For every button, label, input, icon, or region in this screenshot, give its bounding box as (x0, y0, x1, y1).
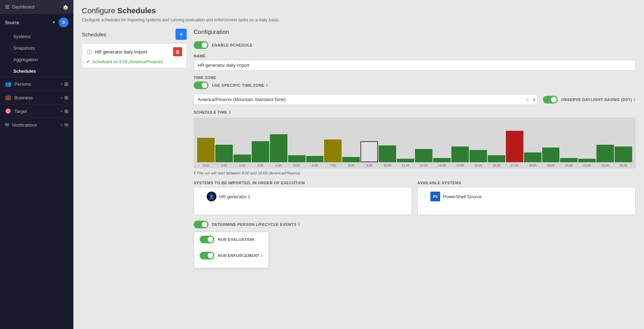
target-chevron: ‹ (61, 109, 62, 113)
dst-toggle[interactable] (543, 96, 558, 103)
chart-tick-23: 23:00 (615, 164, 632, 167)
page-title: Configure Schedules (82, 6, 636, 15)
delete-schedule-button[interactable]: 🗑 (173, 47, 182, 56)
sidebar-item-snapshots[interactable]: Snapshots (0, 42, 73, 54)
use-specific-tz-row: USE SPECIFIC TIME ZONE ℹ (194, 81, 636, 89)
snapshots-label: Snapshots (13, 45, 35, 51)
notifications-grid-icon: ✉ (64, 122, 69, 128)
chart-labels: 0:001:002:003:004:005:006:007:008:009:00… (197, 164, 632, 167)
run-evaluation-toggle[interactable] (200, 236, 214, 243)
dst-row: OBSERVE DAYLIGHT SAVING (DST) ℹ (543, 96, 636, 103)
add-schedule-button[interactable]: + (176, 29, 187, 40)
chart-tick-22: 22:00 (596, 164, 614, 167)
chart-bar-11[interactable] (397, 120, 414, 162)
chart-bar-6[interactable] (306, 120, 324, 162)
chart-bar-17[interactable] (506, 120, 523, 162)
chart-tick-19: 19:00 (542, 164, 560, 167)
chart-bar-9[interactable] (360, 120, 378, 162)
chart-tick-8: 8:00 (342, 164, 360, 167)
page-subtitle: Configure schedules for importing system… (82, 17, 636, 22)
chart-bar-12[interactable] (415, 120, 432, 162)
sidebar-item-notifications[interactable]: ✉ Notifications ‹ ✉ (0, 118, 73, 131)
page-title-plain: Configure (82, 6, 117, 15)
chart-bar-14[interactable] (451, 120, 469, 162)
notifications-label: Notifications (12, 122, 37, 128)
schedule-card-header: 🕐 HR generator daily import 🗑 (86, 47, 182, 56)
sidebar-source-label: Source (5, 20, 52, 25)
schedule-clock-icon: 🕐 (86, 49, 92, 55)
chart-tick-5: 5:00 (288, 164, 306, 167)
sidebar-item-persons[interactable]: 👥 Persons ‹ ⊞ (0, 77, 73, 91)
enable-schedule-toggle[interactable] (194, 41, 208, 49)
sidebar-item-dashboard[interactable]: ⊞ Dashboard 🏠 (0, 0, 73, 14)
timezone-clear-button[interactable]: × (526, 97, 529, 102)
panel-header: Schedules + (82, 29, 187, 40)
business-grid-icon: ⊞ (64, 95, 69, 100)
chart-bar-7[interactable] (324, 120, 342, 162)
chart-bar-16[interactable] (488, 120, 505, 162)
sidebar-item-target[interactable]: 🎯 Target ‹ ⊞ (0, 104, 73, 118)
systems-label: Systems (13, 34, 31, 39)
dst-info-icon: ℹ (634, 97, 636, 102)
chart-bar-20[interactable] (560, 120, 578, 162)
available-drag-handle-icon[interactable]: ⋮ (423, 194, 428, 199)
aggregation-label: Aggregation (13, 57, 38, 62)
lifecycle-toggle-row: DETERMINE PERSON LIFECYCLE EVENTS ℹ (194, 221, 636, 228)
chart-info: ℹ The run will start between 9:00 and 10… (194, 171, 636, 175)
chart-tick-14: 14:00 (451, 164, 469, 167)
sidebar-item-business[interactable]: 💼 Business ‹ ⊞ (0, 91, 73, 104)
enable-schedule-row: ENABLE SCHEDULE (194, 41, 636, 49)
chart-bar-5[interactable] (288, 120, 306, 162)
timezone-label: TIME ZONE (194, 76, 636, 80)
chart-bar-8[interactable] (342, 120, 360, 162)
chart-bar-21[interactable] (578, 120, 596, 162)
chart-tick-12: 12:00 (415, 164, 432, 167)
persons-grid-icon: ⊞ (64, 81, 69, 87)
panel-title: Schedules (82, 31, 176, 37)
timezone-select-wrap: America/Phoenix (Mountain Standard Time)… (194, 94, 537, 105)
sidebar-item-schedules[interactable]: Schedules (0, 65, 73, 77)
sidebar-dashboard-label: Dashboard (12, 4, 35, 9)
available-systems-title: AVAILABLE SYSTEMS (417, 181, 636, 185)
sidebar-source-header[interactable]: Source ▼ S (0, 14, 73, 31)
chart-bar-13[interactable] (433, 120, 451, 162)
lifecycle-toggle[interactable] (194, 221, 208, 228)
chart-tick-7: 7:00 (324, 164, 342, 167)
chart-bar-2[interactable] (234, 120, 251, 162)
name-input[interactable] (194, 60, 636, 71)
enable-schedule-label: ENABLE SCHEDULE (212, 43, 252, 47)
chart-bar-19[interactable] (542, 120, 560, 162)
chart-bar-10[interactable] (379, 120, 396, 162)
drag-handle-icon[interactable]: ⋮ (199, 194, 204, 199)
chart-bar-23[interactable] (615, 120, 632, 162)
chart-tick-2: 2:00 (234, 164, 251, 167)
name-label: NAME (194, 54, 636, 58)
chart-bar-18[interactable] (524, 120, 542, 162)
dashboard-icon: ⊞ (5, 3, 9, 10)
timezone-row: America/Phoenix (Mountain Standard Time)… (194, 94, 636, 105)
run-enforcement-toggle[interactable] (200, 252, 214, 259)
chart-section: SCHEDULE TIME ℹ 0:001:002:003:004:005:00… (194, 110, 636, 175)
run-evaluation-label: RUN EVALUATION (218, 237, 254, 242)
chart-bar-1[interactable] (215, 120, 233, 162)
target-label: Target (14, 109, 27, 114)
chart-bar-0[interactable] (197, 120, 215, 162)
chart-bar-3[interactable] (252, 120, 269, 162)
bottom-section: DETERMINE PERSON LIFECYCLE EVENTS ℹ RUN … (194, 221, 636, 268)
chart-bar-15[interactable] (470, 120, 487, 162)
lifecycle-info-icon: ℹ (298, 222, 300, 227)
chart-container[interactable]: 0:001:002:003:004:005:006:007:008:009:00… (194, 117, 636, 169)
sidebar-item-systems[interactable]: Systems (0, 31, 73, 42)
chart-tick-18: 18:00 (524, 164, 542, 167)
chart-bar-22[interactable] (596, 120, 614, 162)
business-icon: 💼 (5, 94, 12, 101)
business-chevron: ‹ (61, 95, 62, 100)
available-systems-panel: AVAILABLE SYSTEMS ⋮ PS PowerShell Source (417, 181, 636, 215)
chart-info-icon: ℹ (229, 110, 231, 115)
avatar: S (59, 17, 69, 27)
chart-bar-4[interactable] (270, 120, 287, 162)
persons-icon: 👥 (5, 81, 12, 87)
sidebar-item-aggregation[interactable]: Aggregation (0, 54, 73, 65)
use-specific-tz-toggle[interactable] (194, 81, 208, 89)
timezone-select[interactable]: America/Phoenix (Mountain Standard Time) (194, 94, 537, 105)
